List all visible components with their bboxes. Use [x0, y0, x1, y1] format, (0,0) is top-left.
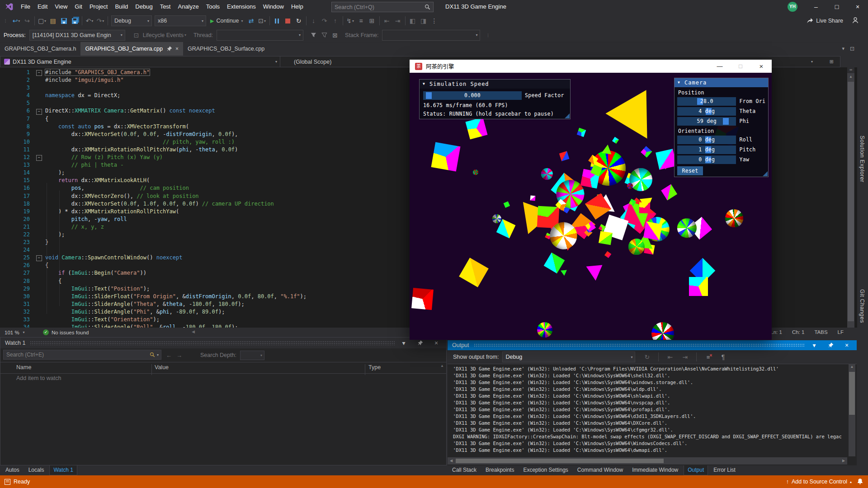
- search-back-icon[interactable]: ←: [166, 352, 172, 359]
- scroll-left-icon[interactable]: ◀: [448, 457, 455, 465]
- indent-icon[interactable]: ⇥: [393, 15, 403, 26]
- bookmark-icon[interactable]: ◧: [408, 15, 418, 26]
- account-avatar[interactable]: YH: [788, 2, 797, 12]
- close-icon[interactable]: ×: [842, 340, 852, 351]
- search-forward-icon[interactable]: →: [176, 352, 182, 359]
- scrollbar-thumb[interactable]: [849, 372, 855, 415]
- float-window-icon[interactable]: ⊡: [850, 46, 854, 52]
- minimize-button[interactable]: –: [806, 0, 826, 14]
- prev-message-icon[interactable]: ⇤: [665, 352, 675, 362]
- slider-theta[interactable]: 4 deg: [677, 107, 736, 116]
- menu-test[interactable]: Test: [156, 0, 175, 14]
- watch-tab-autos[interactable]: Autos: [2, 465, 23, 475]
- close-icon[interactable]: ×: [175, 46, 179, 52]
- fold-marker-icon[interactable]: −: [36, 255, 42, 261]
- game-minimize-button[interactable]: —: [709, 60, 730, 73]
- global-search-box[interactable]: [331, 2, 434, 12]
- tool-tab-error-list[interactable]: Error List: [710, 465, 739, 475]
- toolbar-overflow-icon[interactable]: ⋮: [483, 30, 493, 41]
- fold-marker-icon[interactable]: −: [36, 70, 42, 76]
- column-value[interactable]: Value: [155, 364, 169, 371]
- sidebar-tab-solution-explorer[interactable]: Solution Explorer: [859, 136, 865, 183]
- process-dropdown[interactable]: [114104] DX11 3D Game Engin▾: [29, 30, 125, 41]
- watch-title-bar[interactable]: Watch 1 ▾×: [0, 338, 446, 348]
- column-name[interactable]: Name: [16, 364, 31, 371]
- horizontal-scroll-left-icon[interactable]: ◀: [192, 329, 195, 334]
- watch-search-box[interactable]: ▾: [3, 350, 161, 360]
- resize-grip-icon[interactable]: [763, 171, 768, 176]
- pause-icon[interactable]: [272, 15, 282, 26]
- document-tab-graphics_obj_surface.cpp[interactable]: GRAPHICS_OBJ_Surface.cpp: [183, 42, 269, 56]
- menu-project[interactable]: Project: [86, 0, 111, 14]
- active-files-dropdown-icon[interactable]: ▾: [842, 46, 844, 52]
- stop-icon[interactable]: [283, 15, 293, 26]
- add-to-source-control-button[interactable]: ↑ Add to Source Control ▴: [786, 475, 852, 488]
- search-input[interactable]: [332, 4, 425, 10]
- code-text-area[interactable]: #include "GRAPHICS_OBJ_Camera.h"#include…: [45, 69, 307, 328]
- scrollbar-thumb[interactable]: [848, 82, 854, 321]
- menu-view[interactable]: View: [51, 0, 71, 14]
- chevron-down-icon[interactable]: ▾: [157, 353, 159, 357]
- document-health-indicator[interactable]: ✓ No issues found: [43, 328, 89, 336]
- code-cleanup-icon[interactable]: ↯▾: [345, 15, 355, 26]
- watch-add-row[interactable]: Add item to watch: [0, 374, 446, 383]
- tool-tab-exception-settings[interactable]: Exception Settings: [519, 465, 571, 475]
- scrollbar-thumb[interactable]: [456, 459, 664, 463]
- camera-panel-header[interactable]: ▼ Camera: [675, 78, 768, 87]
- watch-scrollbar[interactable]: ▲: [439, 364, 445, 368]
- editor-split-handle[interactable]: ═: [847, 67, 854, 74]
- thread-filter-icon[interactable]: [308, 30, 318, 41]
- editor-zoom-dropdown[interactable]: 101 %▾: [3, 328, 32, 336]
- pin-icon[interactable]: [166, 46, 172, 52]
- live-share-button[interactable]: Live Share: [807, 14, 843, 28]
- simulation-panel-header[interactable]: ▼ Simulation Speed: [420, 80, 570, 89]
- tool-tab-breakpoints[interactable]: Breakpoints: [482, 465, 518, 475]
- slider-yaw[interactable]: 0 deg: [677, 155, 736, 164]
- stack-frame-dropdown[interactable]: ▾: [382, 30, 480, 41]
- lifecycle-events-label[interactable]: Lifecycle Events: [143, 32, 184, 38]
- game-close-button[interactable]: ×: [751, 60, 772, 73]
- slider-phi[interactable]: 59 deg: [677, 117, 736, 126]
- menu-window[interactable]: Window: [259, 0, 288, 14]
- step-into-icon[interactable]: ↓: [309, 15, 319, 26]
- menu-tools[interactable]: Tools: [203, 0, 223, 14]
- game-title-bar[interactable]: 茶 阿茶的引擎 — □ ×: [410, 60, 772, 73]
- slider-pitch[interactable]: 1 deg: [677, 145, 736, 154]
- watch-tab-watch-1[interactable]: Watch 1: [49, 465, 77, 475]
- restart-icon[interactable]: ↻: [294, 15, 304, 26]
- solution-configuration-dropdown[interactable]: Debug▾: [111, 15, 152, 26]
- background-tasks-icon[interactable]: [5, 479, 10, 485]
- open-file-icon[interactable]: ▤: [48, 15, 58, 26]
- resize-grip-icon[interactable]: [565, 113, 570, 118]
- tool-tab-immediate-window[interactable]: Immediate Window: [628, 465, 682, 475]
- menu-git[interactable]: Git: [71, 0, 86, 14]
- thread-dropdown[interactable]: ▾: [217, 30, 303, 41]
- search-depth-dropdown[interactable]: ▾: [240, 351, 264, 360]
- new-file-icon[interactable]: ▢▾: [37, 15, 47, 26]
- output-horizontal-scrollbar[interactable]: ◀ ▶: [448, 457, 847, 465]
- device-preview-icon[interactable]: ⊡▾: [257, 15, 267, 26]
- output-source-dropdown[interactable]: Debug▾: [502, 352, 635, 362]
- menu-analyze[interactable]: Analyze: [174, 0, 202, 14]
- bookmark2-icon[interactable]: ◨: [419, 15, 429, 26]
- save-all-icon[interactable]: [70, 15, 80, 26]
- clear-all-icon[interactable]: ≡×: [703, 352, 713, 362]
- word-wrap-icon[interactable]: ¶: [718, 352, 728, 362]
- fold-marker-icon[interactable]: −: [36, 155, 42, 161]
- slider-roll[interactable]: 0 deg: [677, 136, 736, 144]
- scroll-up-icon[interactable]: ▲: [849, 364, 855, 370]
- nav-back-icon[interactable]: ↩▾: [11, 15, 21, 26]
- column-type[interactable]: Type: [368, 364, 381, 371]
- speed-factor-slider[interactable]: 0.000: [423, 91, 522, 100]
- continue-button[interactable]: ▶ Continue ▾: [210, 18, 243, 24]
- project-scope-dropdown[interactable]: DX11 3D Game Engine ▾: [0, 56, 280, 67]
- step-over-icon[interactable]: ↷: [320, 15, 330, 26]
- hot-reload-icon[interactable]: ⇄: [246, 15, 256, 26]
- window-position-icon[interactable]: ▾: [809, 340, 819, 351]
- output-log[interactable]: 'DX11 3D Game Engine.exe' (Win32): Unloa…: [453, 366, 842, 456]
- next-message-icon[interactable]: ⇥: [680, 352, 690, 362]
- menu-file[interactable]: File: [17, 0, 34, 14]
- game-maximize-button[interactable]: □: [730, 60, 751, 73]
- watch-tab-locals[interactable]: Locals: [25, 465, 48, 475]
- watch-search-input[interactable]: [4, 352, 150, 358]
